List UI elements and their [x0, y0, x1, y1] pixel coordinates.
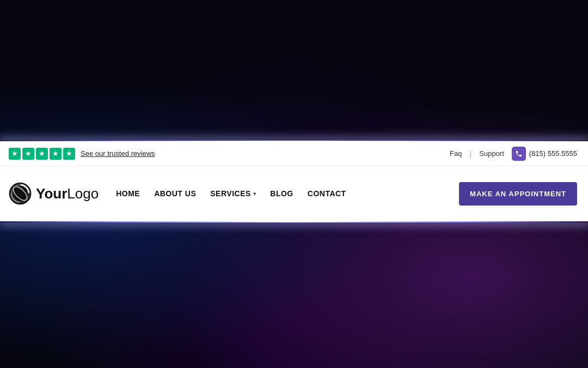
star-3: ★ [36, 148, 48, 160]
faq-link[interactable]: Faq [450, 149, 462, 158]
logo-regular: Logo [67, 185, 99, 202]
logo[interactable]: YourLogo [9, 182, 99, 205]
services-dropdown-arrow: ▾ [253, 191, 256, 197]
logo-icon [9, 182, 32, 205]
nav-left: YourLogo HOME ABOUT US SERVICES ▾ BLOG C… [9, 182, 346, 205]
nav-home[interactable]: HOME [116, 189, 140, 198]
svg-point-0 [9, 183, 31, 204]
top-bar-right: Faq | Support (815) 555.5555 [450, 147, 577, 161]
support-link[interactable]: Support [479, 149, 504, 158]
logo-bold: Your [36, 185, 67, 202]
top-bar: ★ ★ ★ ★ ★ See our trusted reviews Faq | … [0, 141, 588, 166]
phone-icon [512, 147, 526, 161]
glow-bottom-line [0, 221, 588, 222]
top-bar-left: ★ ★ ★ ★ ★ See our trusted reviews [9, 148, 155, 160]
divider: | [469, 149, 471, 158]
phone-number[interactable]: (815) 555.5555 [529, 149, 577, 158]
star-5: ★ [63, 148, 75, 160]
star-2: ★ [22, 148, 34, 160]
star-4: ★ [50, 148, 62, 160]
trusted-reviews-link[interactable]: See our trusted reviews [81, 149, 155, 158]
nav-about-us[interactable]: ABOUT US [154, 189, 196, 198]
make-appointment-button[interactable]: MAKE AN APPOINTMENT [459, 182, 577, 206]
phone-row: (815) 555.5555 [512, 147, 577, 161]
nav-links: HOME ABOUT US SERVICES ▾ BLOG CONTACT [116, 189, 346, 198]
star-1: ★ [9, 148, 21, 160]
logo-text: YourLogo [36, 185, 99, 202]
nav-services[interactable]: SERVICES ▾ [210, 189, 256, 198]
nav-blog[interactable]: BLOG [270, 189, 293, 198]
header: ★ ★ ★ ★ ★ See our trusted reviews Faq | … [0, 141, 588, 221]
star-rating: ★ ★ ★ ★ ★ [9, 148, 75, 160]
nav-contact[interactable]: CONTACT [308, 189, 346, 198]
nav-bar: YourLogo HOME ABOUT US SERVICES ▾ BLOG C… [0, 166, 588, 221]
